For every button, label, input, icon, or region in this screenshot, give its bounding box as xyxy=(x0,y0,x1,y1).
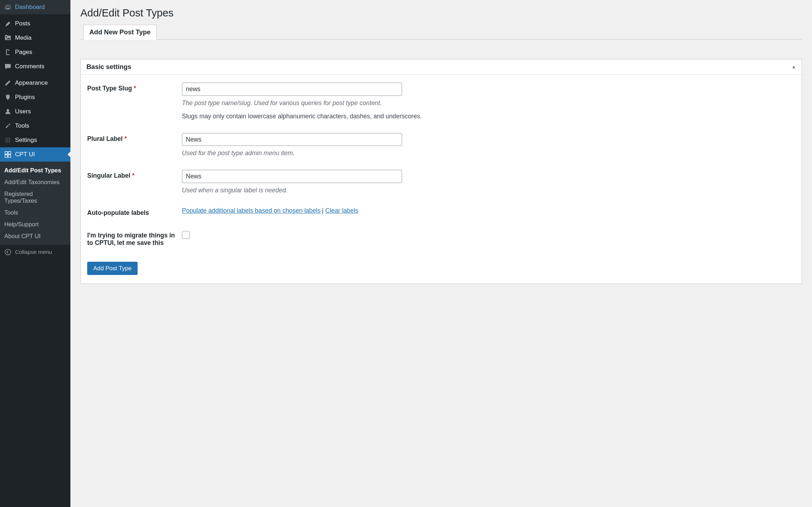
submenu-item-registered-types-taxes[interactable]: Registered Types/Taxes xyxy=(0,188,70,207)
input-singular-label[interactable] xyxy=(182,170,402,183)
page-title: Add/Edit Post Types xyxy=(80,7,802,19)
comments-icon xyxy=(4,63,11,70)
svg-rect-1 xyxy=(8,152,11,154)
submenu-item-tools[interactable]: Tools xyxy=(0,207,70,218)
sidebar-item-appearance[interactable]: Appearance xyxy=(0,76,70,90)
panel-title: Basic settings xyxy=(86,63,131,71)
tab-add-new-post-type[interactable]: Add New Post Type xyxy=(83,25,157,40)
panel-toggle-icon[interactable]: ▲ xyxy=(792,64,796,69)
tabs: Add New Post Type xyxy=(80,25,802,40)
sidebar-item-tools[interactable]: Tools xyxy=(0,119,70,133)
sidebar-item-label: Appearance xyxy=(15,79,48,87)
sidebar-item-label: Posts xyxy=(15,20,30,27)
help-post-type-slug: Slugs may only contain lowercase alphanu… xyxy=(182,113,795,120)
tools-icon xyxy=(4,122,11,129)
sidebar-item-settings[interactable]: Settings xyxy=(0,133,70,147)
appearance-icon xyxy=(4,79,11,87)
submenu-item-about-cptui[interactable]: About CPT UI xyxy=(0,230,70,242)
submenu-item-add-edit-taxonomies[interactable]: Add/Edit Taxonomies xyxy=(0,176,70,188)
link-populate-labels[interactable]: Populate additional labels based on chos… xyxy=(182,207,321,214)
svg-rect-0 xyxy=(5,152,8,154)
cptui-icon xyxy=(4,151,11,158)
settings-icon xyxy=(4,137,11,144)
add-post-type-button[interactable]: Add Post Type xyxy=(87,262,138,275)
submenu-item-add-edit-post-types[interactable]: Add/Edit Post Types xyxy=(0,164,70,176)
checkbox-migrate[interactable] xyxy=(182,231,190,239)
svg-rect-2 xyxy=(5,155,8,157)
sidebar-item-pages[interactable]: Pages xyxy=(0,45,70,59)
sidebar-item-posts[interactable]: Posts xyxy=(0,16,70,31)
input-plural-label[interactable] xyxy=(182,133,402,146)
pages-icon xyxy=(4,49,11,56)
row-singular-label: Singular Label * Used when a singular la… xyxy=(87,170,795,194)
description-post-type-slug: The post type name/slug. Used for variou… xyxy=(182,99,795,107)
sidebar-item-dashboard[interactable]: Dashboard xyxy=(0,0,70,14)
row-auto-populate: Auto-populate labels Populate additional… xyxy=(87,207,795,217)
media-icon xyxy=(4,34,11,41)
sidebar-item-comments[interactable]: Comments xyxy=(0,59,70,74)
sidebar-item-label: Comments xyxy=(15,63,44,70)
sidebar-item-media[interactable]: Media xyxy=(0,31,70,45)
input-post-type-slug[interactable] xyxy=(182,83,402,96)
pin-icon xyxy=(4,20,11,27)
svg-point-4 xyxy=(5,249,11,255)
sidebar-item-label: Media xyxy=(15,34,31,41)
submenu-item-help-support[interactable]: Help/Support xyxy=(0,218,70,230)
panel-body: Post Type Slug * The post type name/slug… xyxy=(81,75,802,284)
label-auto-populate: Auto-populate labels xyxy=(87,209,149,216)
row-migrate: I'm trying to migrate things in to CPTUI… xyxy=(87,230,795,247)
sidebar-item-users[interactable]: Users xyxy=(0,104,70,119)
sidebar-submenu: Add/Edit Post Types Add/Edit Taxonomies … xyxy=(0,162,70,245)
row-post-type-slug: Post Type Slug * The post type name/slug… xyxy=(87,83,795,120)
sidebar-item-label: Settings xyxy=(15,137,37,144)
sidebar-item-label: CPT UI xyxy=(15,151,35,158)
dashboard-icon xyxy=(4,4,11,11)
content-area: Add/Edit Post Types Add New Post Type Ba… xyxy=(70,0,812,507)
sidebar-item-label: Plugins xyxy=(15,94,35,101)
collapse-icon xyxy=(4,248,11,256)
sidebar-item-plugins[interactable]: Plugins xyxy=(0,90,70,104)
sidebar-item-label: Users xyxy=(15,108,31,115)
label-post-type-slug: Post Type Slug * xyxy=(87,85,136,92)
row-plural-label: Plural Label * Used for the post type ad… xyxy=(87,133,795,157)
sidebar-item-label: Pages xyxy=(15,49,32,56)
admin-sidebar: Dashboard Posts Media Pages Comments App… xyxy=(0,0,70,507)
link-clear-labels[interactable]: Clear labels xyxy=(325,207,358,214)
label-plural-label: Plural Label * xyxy=(87,135,127,142)
sidebar-item-label: Tools xyxy=(15,122,29,129)
description-plural-label: Used for the post type admin menu item. xyxy=(182,149,795,157)
label-singular-label: Singular Label * xyxy=(87,172,134,179)
svg-rect-3 xyxy=(8,155,11,157)
sidebar-item-label: Dashboard xyxy=(15,4,45,11)
panel-header[interactable]: Basic settings ▲ xyxy=(81,59,802,75)
users-icon xyxy=(4,108,11,115)
plugins-icon xyxy=(4,94,11,101)
collapse-menu-label: Collapse menu xyxy=(15,249,52,255)
label-migrate: I'm trying to migrate things in to CPTUI… xyxy=(87,232,175,246)
sidebar-item-cptui[interactable]: CPT UI xyxy=(0,147,70,162)
collapse-menu-button[interactable]: Collapse menu xyxy=(0,245,70,259)
basic-settings-panel: Basic settings ▲ Post Type Slug * The po… xyxy=(80,59,802,284)
description-singular-label: Used when a singular label is needed. xyxy=(182,187,795,194)
